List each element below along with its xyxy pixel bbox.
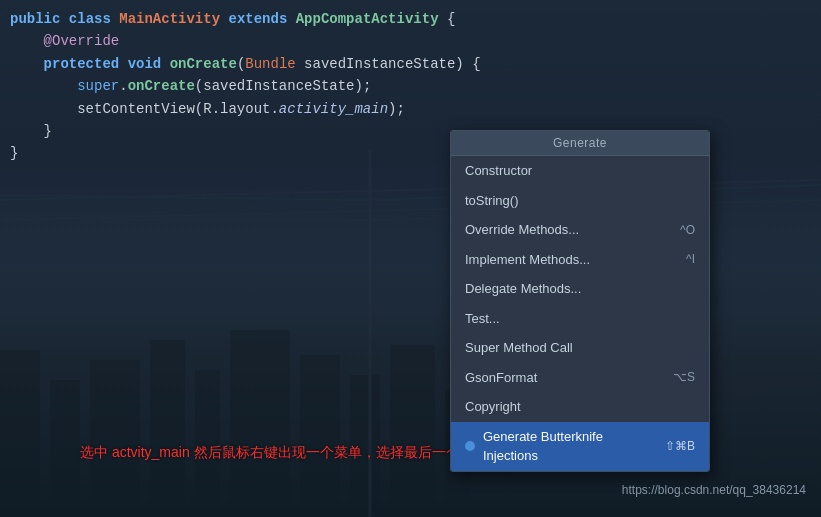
menu-item-gsonformat-shortcut: ⌥S	[673, 368, 695, 386]
kw-void: void	[128, 53, 162, 75]
menu-item-override-shortcut: ^O	[680, 221, 695, 239]
kw-protected: protected	[44, 53, 120, 75]
menu-item-implement-label: Implement Methods...	[465, 250, 590, 270]
menu-item-implement[interactable]: Implement Methods... ^I	[451, 245, 709, 275]
class-name: MainActivity	[119, 8, 220, 30]
annotation: @Override	[44, 30, 120, 52]
menu-item-butterknife[interactable]: Generate Butterknife Injections ⇧⌘B	[451, 422, 709, 471]
menu-item-super-method[interactable]: Super Method Call	[451, 333, 709, 363]
method-oncreate: onCreate	[170, 53, 237, 75]
kw-super: super	[77, 75, 119, 97]
code-line-1: public class MainActivity extends AppCom…	[10, 8, 811, 30]
menu-item-override-label: Override Methods...	[465, 220, 579, 240]
menu-item-delegate-label: Delegate Methods...	[465, 279, 581, 299]
menu-item-copyright-label: Copyright	[465, 397, 521, 417]
menu-item-copyright[interactable]: Copyright	[451, 392, 709, 422]
menu-item-gsonformat-label: GsonFormat	[465, 368, 537, 388]
menu-item-gsonformat[interactable]: GsonFormat ⌥S	[451, 363, 709, 393]
menu-item-super-method-label: Super Method Call	[465, 338, 573, 358]
menu-item-tostring-label: toString()	[465, 191, 518, 211]
param-type-bundle: Bundle	[245, 53, 295, 75]
context-menu-header: Generate	[451, 131, 709, 156]
code-line-4: super . onCreate (savedInstanceState);	[10, 75, 811, 97]
layout-name: activity_main	[279, 98, 388, 120]
menu-item-butterknife-label: Generate Butterknife Injections	[483, 427, 645, 466]
kw-public: public	[10, 8, 60, 30]
parent-class: AppCompatActivity	[296, 8, 439, 30]
method-setcontent: setContentView(R.layout.	[77, 98, 279, 120]
menu-item-constructor-label: Constructor	[465, 161, 532, 181]
menu-item-tostring[interactable]: toString()	[451, 186, 709, 216]
menu-item-implement-shortcut: ^I	[686, 250, 695, 268]
menu-item-test-label: Test...	[465, 309, 500, 329]
bullet-icon	[465, 441, 475, 451]
code-line-2: @Override	[10, 30, 811, 52]
method-super-oncreate: onCreate	[128, 75, 195, 97]
watermark: https://blog.csdn.net/qq_38436214	[622, 483, 806, 497]
context-menu: Generate Constructor toString() Override…	[450, 130, 710, 472]
menu-item-override[interactable]: Override Methods... ^O	[451, 215, 709, 245]
menu-item-butterknife-shortcut: ⇧⌘B	[665, 437, 695, 455]
code-line-3: protected void onCreate ( Bundle savedIn…	[10, 53, 811, 75]
kw-extends: extends	[228, 8, 287, 30]
menu-item-constructor[interactable]: Constructor	[451, 156, 709, 186]
code-line-5: setContentView(R.layout. activity_main )…	[10, 98, 811, 120]
menu-item-delegate[interactable]: Delegate Methods...	[451, 274, 709, 304]
menu-item-test[interactable]: Test...	[451, 304, 709, 334]
kw-class: class	[69, 8, 111, 30]
bottom-annotation: 选中 actvity_main 然后鼠标右键出现一个菜单，选择最后一个	[80, 444, 460, 462]
